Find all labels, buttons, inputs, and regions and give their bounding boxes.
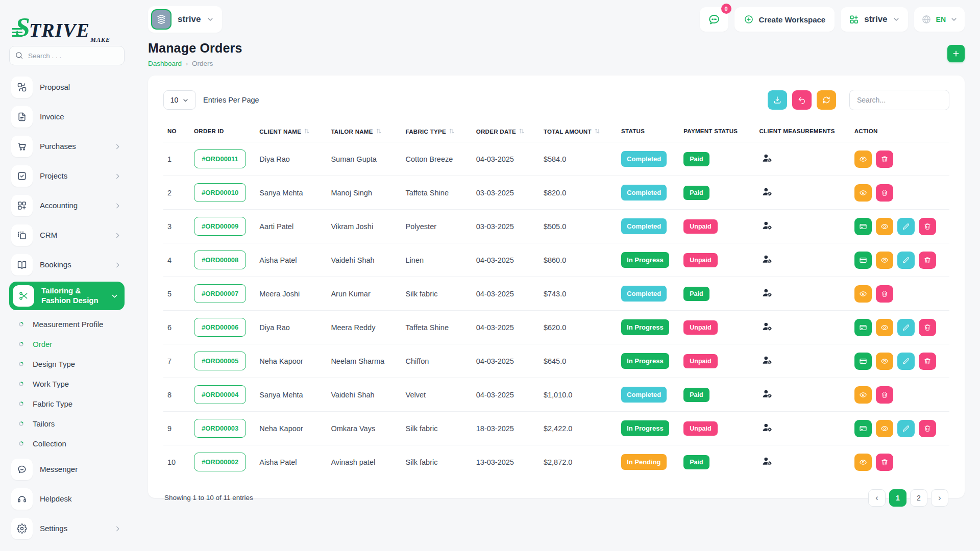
client-measurements-icon[interactable] (761, 456, 773, 467)
sidebar-subitem-measurement-profile[interactable]: Measurement Profile (9, 314, 125, 334)
col-header-total-amount[interactable]: TOTAL AMOUNT (540, 122, 617, 142)
client-measurements-icon[interactable] (761, 186, 773, 197)
create-workspace-button[interactable]: Create Workspace (734, 7, 835, 32)
chat-button[interactable]: 0 (700, 7, 728, 32)
sidebar-item-purchases[interactable]: Purchases (9, 134, 125, 159)
sidebar-search-input[interactable] (9, 46, 125, 65)
client-measurements-icon[interactable] (761, 287, 773, 298)
edit-button[interactable] (897, 319, 915, 336)
order-id-chip[interactable]: #ORD00007 (194, 284, 246, 303)
pagination-page-1[interactable]: 1 (889, 489, 906, 507)
cell-total-amount: $505.0 (540, 210, 617, 243)
order-id-chip[interactable]: #ORD00002 (194, 453, 246, 471)
order-id-chip[interactable]: #ORD00010 (194, 183, 246, 202)
view-button[interactable] (854, 454, 872, 471)
add-order-button[interactable] (947, 45, 965, 62)
delete-button[interactable] (919, 319, 936, 336)
sidebar-subitem-work-type[interactable]: Work Type (9, 374, 125, 394)
order-id-chip[interactable]: #ORD00004 (194, 385, 246, 404)
sidebar-item-projects[interactable]: Projects (9, 163, 125, 189)
client-measurements-icon[interactable] (761, 220, 773, 231)
cell-total-amount: $584.0 (540, 142, 617, 176)
col-header-fabric-type[interactable]: FABRIC TYPE (402, 122, 472, 142)
pay-button[interactable] (854, 319, 872, 336)
delete-button[interactable] (876, 454, 893, 471)
col-header-order-id: ORDER ID (190, 122, 255, 142)
sidebar-item-settings[interactable]: Settings (9, 516, 125, 541)
delete-button[interactable] (919, 252, 936, 269)
client-measurements-icon[interactable] (761, 355, 773, 366)
client-measurements-icon[interactable] (761, 153, 773, 164)
sidebar-item-proposal[interactable]: Proposal (9, 74, 125, 100)
view-button[interactable] (876, 319, 893, 336)
pay-button[interactable] (854, 252, 872, 269)
delete-button[interactable] (919, 353, 936, 370)
view-button[interactable] (854, 386, 872, 404)
client-measurements-icon[interactable] (761, 422, 773, 433)
view-button[interactable] (876, 420, 893, 437)
edit-button[interactable] (897, 218, 915, 235)
delete-button[interactable] (876, 386, 893, 404)
client-measurements-icon[interactable] (761, 321, 773, 332)
entries-select[interactable]: 10 (163, 90, 196, 110)
view-button[interactable] (854, 184, 872, 202)
projects-icon-box (11, 165, 33, 187)
order-id-chip[interactable]: #ORD00009 (194, 217, 246, 236)
sidebar-item-crm[interactable]: CRM (9, 222, 125, 248)
cell-fabric-type: Silk fabric (402, 412, 472, 445)
workspace-selector[interactable]: strive (148, 6, 222, 33)
client-measurements-icon[interactable] (761, 254, 773, 265)
workspace-dropdown[interactable]: strive (841, 7, 908, 32)
col-header-client-name[interactable]: CLIENT NAME (255, 122, 327, 142)
view-button[interactable] (876, 252, 893, 269)
sidebar-item-accounting[interactable]: Accounting (9, 193, 125, 218)
sidebar-subitem-collection[interactable]: Collection (9, 434, 125, 454)
order-id-chip[interactable]: #ORD00006 (194, 318, 246, 337)
view-button[interactable] (876, 353, 893, 370)
export-download-button[interactable] (768, 90, 787, 110)
cell-order-date: 04-03-2025 (472, 277, 540, 311)
delete-button[interactable] (919, 420, 936, 437)
edit-button[interactable] (897, 420, 915, 437)
col-header-tailor-name[interactable]: TAILOR NAME (327, 122, 401, 142)
order-id-chip[interactable]: #ORD00008 (194, 251, 246, 269)
sidebar-subitem-design-type[interactable]: Design Type (9, 354, 125, 374)
edit-button[interactable] (897, 353, 915, 370)
edit-button[interactable] (897, 252, 915, 269)
delete-button[interactable] (919, 218, 936, 235)
client-measurements-icon[interactable] (761, 388, 773, 399)
pay-button[interactable] (854, 353, 872, 370)
col-header-order-date[interactable]: ORDER DATE (472, 122, 540, 142)
delete-button[interactable] (876, 184, 893, 202)
view-button[interactable] (854, 285, 872, 303)
sidebar-item-tailoring-fashion-design[interactable]: Tailoring & Fashion Design (9, 282, 125, 310)
cell-client-name: Diya Rao (255, 311, 327, 344)
sidebar-item-helpdesk[interactable]: Helpdesk (9, 486, 125, 512)
row-actions (854, 218, 945, 235)
language-selector[interactable]: EN (914, 7, 965, 32)
delete-button[interactable] (876, 285, 893, 303)
sidebar-item-bookings[interactable]: Bookings (9, 252, 125, 278)
sidebar-subitem-order[interactable]: Order (9, 334, 125, 354)
trash-icon (923, 256, 932, 264)
sidebar-item-invoice[interactable]: Invoice (9, 104, 125, 130)
order-id-chip[interactable]: #ORD00003 (194, 419, 246, 438)
sidebar-item-messenger[interactable]: Messenger (9, 457, 125, 482)
view-button[interactable] (876, 218, 893, 235)
view-button[interactable] (854, 151, 872, 168)
order-id-chip[interactable]: #ORD00005 (194, 352, 246, 370)
pagination-page-2[interactable]: 2 (910, 489, 927, 507)
undo-button[interactable] (792, 90, 812, 110)
table-search-input[interactable] (849, 90, 949, 110)
breadcrumb-dashboard[interactable]: Dashboard (148, 60, 182, 67)
pagination-prev-button[interactable]: ‹ (868, 489, 886, 507)
sidebar-subitem-fabric-type[interactable]: Fabric Type (9, 394, 125, 414)
status-badge: Completed (621, 387, 667, 403)
pay-button[interactable] (854, 420, 872, 437)
sidebar-subitem-tailors[interactable]: Tailors (9, 414, 125, 434)
pay-button[interactable] (854, 218, 872, 235)
refresh-button[interactable] (817, 90, 836, 110)
delete-button[interactable] (876, 151, 893, 168)
order-id-chip[interactable]: #ORD00011 (194, 149, 246, 168)
pagination-next-button[interactable]: › (931, 489, 948, 507)
